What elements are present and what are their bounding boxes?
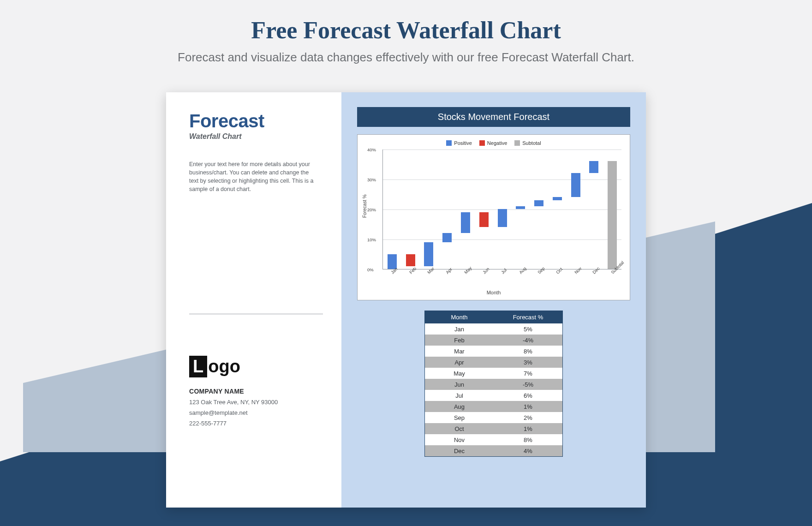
legend-negative: Negative [479, 140, 507, 146]
legend-subtotal: Subtotal [514, 140, 541, 146]
chart-bar [461, 212, 470, 233]
chart-bar [442, 233, 452, 242]
table-cell-month: Nov [425, 434, 494, 445]
chart-xlabel: Month [362, 290, 625, 295]
table-row: Oct1% [425, 423, 562, 434]
table-cell-month: Apr [425, 357, 494, 368]
chart-bar [608, 161, 617, 269]
table-body: Jan5%Feb-4%Mar8%Apr3%May7%Jun-5%Jul6%Aug… [425, 323, 562, 456]
chart-bar [406, 254, 415, 266]
data-table: Month Forecast % Jan5%Feb-4%Mar8%Apr3%Ma… [424, 311, 563, 457]
table-header-month: Month [425, 311, 494, 323]
chart-plot: 0%10%20%30%40% [382, 149, 621, 269]
right-panel: Stocks Movement Forecast Positive Negati… [341, 92, 646, 508]
table-cell-month: Dec [425, 445, 494, 456]
chart-area: Positive Negative Subtotal Forecast % 0%… [357, 134, 630, 300]
legend-positive: Positive [446, 140, 472, 146]
chart-bar [553, 197, 562, 200]
chart-bar [571, 173, 580, 197]
table-cell-forecast: 3% [494, 357, 562, 368]
table-row: Aug1% [425, 401, 562, 412]
table-cell-month: Jul [425, 390, 494, 401]
chart-ytick: 10% [367, 237, 376, 242]
table-header: Month Forecast % [425, 311, 562, 323]
chart-bar [424, 242, 433, 266]
chart-xticks: JanFebMarAprMayJunJulAugSepOctNovDecSubt… [382, 269, 621, 288]
table-row: Mar8% [425, 346, 562, 357]
table-cell-forecast: -5% [494, 379, 562, 390]
company-address: 123 Oak Tree Ave, NY, NY 93000 [189, 399, 323, 406]
chart-ylabel: Forecast % [362, 194, 367, 218]
chart-ytick: 40% [367, 147, 376, 152]
legend-subtotal-label: Subtotal [522, 140, 541, 146]
chart-title: Stocks Movement Forecast [357, 107, 630, 127]
chart-bar [498, 209, 507, 227]
card-subtitle: Waterfall Chart [189, 132, 323, 141]
table-row: Jan5% [425, 323, 562, 335]
table-cell-month: Feb [425, 335, 494, 346]
page-title: Free Forecast Waterfall Chart [0, 0, 812, 44]
table-cell-forecast: 4% [494, 445, 562, 456]
table-cell-forecast: 1% [494, 401, 562, 412]
company-email: sample@template.net [189, 409, 323, 416]
table-cell-month: Jun [425, 379, 494, 390]
chart-ytick: 20% [367, 207, 376, 212]
table-cell-forecast: 7% [494, 368, 562, 379]
page-subtitle: Forecast and visualize data changes effe… [0, 44, 812, 65]
table-cell-forecast: 8% [494, 434, 562, 445]
chart-bar [516, 206, 525, 209]
chart-legend: Positive Negative Subtotal [362, 140, 625, 146]
table-row: Apr3% [425, 357, 562, 368]
chart-bar [479, 212, 489, 227]
table-cell-forecast: -4% [494, 335, 562, 346]
card-title: Forecast [189, 111, 323, 132]
legend-negative-label: Negative [487, 140, 507, 146]
chart-ytick: 30% [367, 177, 376, 182]
table-row: Jul6% [425, 390, 562, 401]
left-panel: Forecast Waterfall Chart Enter your text… [166, 92, 341, 508]
table-row: Dec4% [425, 445, 562, 456]
table-row: May7% [425, 368, 562, 379]
table-cell-month: Jan [425, 323, 494, 335]
company-name: COMPANY NAME [189, 388, 323, 395]
divider [189, 314, 323, 314]
table-cell-month: Mar [425, 346, 494, 357]
chart-bar [589, 161, 598, 173]
table-cell-month: Oct [425, 423, 494, 434]
card-description: Enter your text here for more details ab… [189, 160, 314, 194]
table-row: Sep2% [425, 412, 562, 423]
table-row: Nov8% [425, 434, 562, 445]
table-header-forecast: Forecast % [494, 311, 562, 323]
company-phone: 222-555-7777 [189, 420, 323, 427]
table-cell-month: Sep [425, 412, 494, 423]
table-row: Jun-5% [425, 379, 562, 390]
table-cell-forecast: 5% [494, 323, 562, 335]
table-cell-forecast: 8% [494, 346, 562, 357]
legend-positive-label: Positive [454, 140, 472, 146]
chart-ytick: 0% [367, 267, 374, 272]
chart-bar [534, 200, 543, 206]
table-cell-forecast: 2% [494, 412, 562, 423]
logo-mark: L [189, 356, 207, 377]
table-cell-month: Aug [425, 401, 494, 412]
logo-text: ogo [208, 357, 240, 377]
logo: Logo [189, 356, 323, 377]
table-cell-month: May [425, 368, 494, 379]
template-card: Forecast Waterfall Chart Enter your text… [166, 92, 646, 508]
table-cell-forecast: 6% [494, 390, 562, 401]
table-row: Feb-4% [425, 335, 562, 346]
table-cell-forecast: 1% [494, 423, 562, 434]
